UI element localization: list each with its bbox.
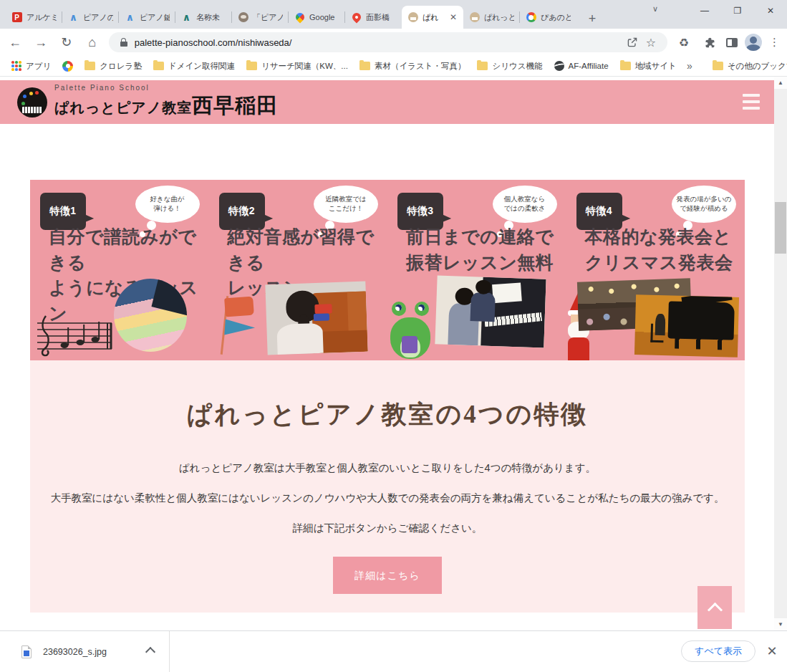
tab-label: 名称未 [196,12,226,23]
bookmark-label: アプリ [26,61,51,72]
palette-favicon [469,12,480,23]
lock-icon [120,38,127,47]
scrollbar-up-arrow[interactable]: ▲ [774,77,787,89]
tab-piano-article[interactable]: 「ピアノ教 [232,6,289,29]
flag-illustration [213,294,258,356]
feature-2-bubble: 近隣教室では ここだけ！ [314,186,378,223]
bookmark-folder-regional[interactable]: 地域サイト [620,61,677,72]
feature-1-bubble: 好きな曲が 弾ける！ [135,186,200,223]
color-cards-photo [114,279,187,352]
p-red-icon: P [11,12,22,23]
bookmarks-bar: アプリ クロレラ塾 ドメイン取得関連 リサーチ関連（KW、... 素材（イラスト… [0,56,787,77]
tab-palette-2[interactable]: ぱれっと [463,6,520,29]
chevron-blue-icon: ∧ [68,12,79,23]
bookmark-folder-sirius[interactable]: シリウス機能 [477,61,542,72]
bookmark-folder-domain[interactable]: ドメイン取得関連 [153,61,235,72]
feature-3-title: 前日までの連絡で 振替レッスン無料 [387,224,566,275]
bookmark-folder-research[interactable]: リサーチ関連（KW、... [246,61,348,72]
scrollbar-down-arrow[interactable]: ▼ [774,618,787,630]
intro-paragraph-3: 詳細は下記ボタンからご確認ください。 [30,522,745,535]
forward-button[interactable]: → [30,32,52,53]
profile-avatar[interactable] [745,34,762,51]
browser-window: P アルケミ ∧ ピアノの ∧ ピアノ鍵 ∧ 名称未 「ピアノ教 Google [0,0,787,672]
bookmarks-overflow-chevron[interactable]: » [687,60,692,72]
home-button[interactable]: ⌂ [82,32,103,53]
site-brand[interactable]: Palette Piano School ぱれっとピアノ教室 西早稲田 [54,84,278,120]
bookmark-af-affiliate[interactable]: AF-Affiliate [554,61,609,71]
browser-toolbar: ← → ↻ ⌂ palette-pianoschool.com/nishiwas… [0,29,787,56]
bookmark-label: シリウス機能 [492,61,542,72]
download-bar: 23693026_s.jpg すべて表示 ✕ [0,630,787,672]
palette-logo-icon[interactable] [17,87,47,117]
tab-untitled[interactable]: ∧ 名称未 [175,6,232,29]
page-scrollbar[interactable]: ▲ ▼ [774,77,787,630]
intro-section: ぱれっとピアノ教室の4つの特徴 ぱれっとピアノ教室は大手教室と個人教室のいいとこ… [30,360,745,613]
pinwheel-icon [62,61,73,72]
feature-3: 特徴3 個人教室なら ではの柔軟さ 前日までの連絡で 振替レッスン無料 [387,180,566,360]
share-icon[interactable] [623,33,642,52]
download-chevron-up-icon[interactable] [145,647,155,657]
hamburger-menu-icon[interactable] [743,94,760,110]
tab-label: 面影橋 [366,12,396,23]
bookmark-other-folder[interactable]: その他のブックマーク [713,61,787,72]
tab-pianodo[interactable]: ぴあのど [520,6,576,29]
tab-strip: P アルケミ ∧ ピアノの ∧ ピアノ鍵 ∧ 名称未 「ピアノ教 Google [0,0,787,29]
brand-name: ぱれっとピアノ教室 [54,98,192,117]
maximize-button[interactable]: ❐ [721,0,754,21]
child-with-flags-photo [265,282,367,355]
chevron-teal-icon: ∧ [181,12,192,23]
minimize-button[interactable]: — [688,0,721,21]
bookmark-folder-material[interactable]: 素材（イラスト・写真） [359,61,466,72]
bookmark-label: 素材（イラスト・写真） [375,61,466,72]
tab-close-icon[interactable]: ✕ [449,12,458,22]
bookmark-folder-chlorella[interactable]: クロレラ塾 [85,61,142,72]
close-button[interactable]: ✕ [754,0,787,21]
menu-dots-icon[interactable]: ⋮ [769,36,780,49]
tab-piano-no[interactable]: ∧ ピアノの [62,6,119,29]
tab-label: Google [309,13,339,21]
tab-piano-key[interactable]: ∧ ピアノ鍵 [119,6,175,29]
feature-3-bubble: 個人教室なら ではの柔軟さ [493,186,557,223]
details-cta-button[interactable]: 詳細はこちら [333,557,442,594]
back-button[interactable]: ← [4,32,26,53]
intro-paragraph-2: 大手教室にはない柔軟性と個人教室にはないレッスンのノウハウや大人数での発表会の両… [30,491,745,505]
reload-button[interactable]: ↻ [56,32,77,53]
bookmark-label: クロレラ塾 [100,61,142,72]
show-all-downloads-button[interactable]: すべて表示 [681,640,755,662]
extensions-area: ♻ ⋮ [675,33,787,52]
side-panel-icon[interactable] [726,38,738,47]
tab-palette-active[interactable]: ぱれ ✕ [402,6,463,29]
download-item[interactable]: 23693026_s.jpg [0,631,170,672]
feature-4-art [566,276,745,360]
address-bar[interactable]: palette-pianoschool.com/nishiwaseda/ ☆ [109,32,667,52]
section-heading: ぱれっとピアノ教室の4つの特徴 [30,360,745,431]
bookmark-label: AF-Affiliate [569,62,609,70]
folder-icon [477,62,488,70]
tab-omokagebashi[interactable]: 面影橋 [345,6,402,29]
stage-grand-piano-photo [634,294,738,357]
children-piano-photo [435,275,546,347]
tab-google-maps[interactable]: Google [289,6,345,29]
scrollbar-thumb[interactable] [775,202,786,254]
intro-paragraph-1: ぱれっとピアノ教室は大手教室と個人教室のいいとこ取りをした4つの特徴があります。 [30,461,745,475]
bookmark-photos[interactable] [62,61,73,72]
feature-4-bubble: 発表の場が多いの で経験が積める [672,186,736,223]
extensions-puzzle-icon[interactable] [700,33,719,52]
animal-icon [238,12,248,23]
folder-icon [713,62,723,70]
tab-alchemy[interactable]: P アルケミ [6,6,62,29]
bookmark-apps[interactable]: アプリ [11,61,51,72]
recycle-extension-icon[interactable]: ♻ [675,33,693,52]
bookmark-star-icon[interactable]: ☆ [642,33,660,52]
tab-label: 「ピアノ教 [253,12,283,23]
folder-icon [85,62,95,70]
tab-search-chevron[interactable]: ∨ [647,4,664,19]
new-tab-button[interactable]: + [582,9,602,29]
tab-label: アルケミ [26,12,57,23]
url-text[interactable]: palette-pianoschool.com/nishiwaseda/ [135,37,623,48]
tab-label: ピアノの [83,12,113,23]
tab-label: ぱれっと [484,12,514,23]
download-bar-close-icon[interactable]: ✕ [764,643,780,659]
frog-illustration [390,302,430,359]
scroll-to-top-button[interactable] [697,586,732,629]
